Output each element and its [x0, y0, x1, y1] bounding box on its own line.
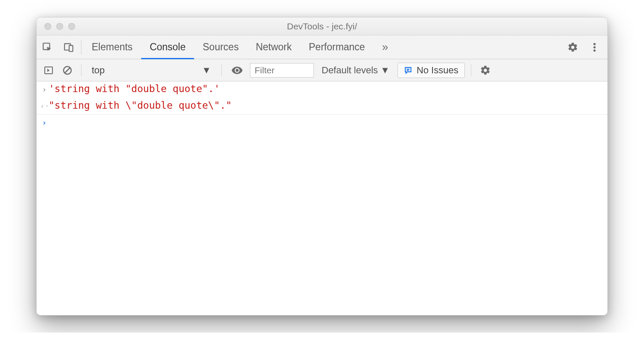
- console-settings-icon[interactable]: [477, 65, 493, 76]
- svg-point-5: [593, 49, 595, 51]
- filter-input[interactable]: [250, 63, 314, 78]
- separator: [221, 64, 222, 76]
- svg-point-3: [593, 43, 595, 45]
- console-output-text: "string with \"double quote\".": [49, 100, 232, 111]
- dropdown-triangle-icon: ▼: [202, 65, 211, 76]
- svg-rect-2: [69, 45, 73, 51]
- tab-sources[interactable]: Sources: [194, 35, 247, 59]
- devtools-window: DevTools - jec.fyi/ Elements Console Sou…: [36, 17, 608, 315]
- live-expression-icon[interactable]: [228, 64, 247, 76]
- minimize-window-button[interactable]: [56, 23, 63, 30]
- separator: [81, 40, 81, 55]
- tab-performance[interactable]: Performance: [300, 35, 374, 59]
- titlebar: DevTools - jec.fyi/: [37, 17, 607, 35]
- prompt-caret-icon: ›: [40, 116, 49, 129]
- console-input-text: 'string with "double quote".': [49, 83, 220, 94]
- console-input-row: › 'string with "double quote".': [37, 81, 607, 98]
- traffic-lights: [37, 23, 75, 30]
- tab-label: Elements: [92, 41, 133, 53]
- close-window-button[interactable]: [44, 23, 51, 30]
- window-title: DevTools - jec.fyi/: [37, 21, 607, 32]
- separator: [471, 64, 471, 76]
- device-toggle-icon[interactable]: [58, 35, 79, 59]
- console-prompt-row[interactable]: ›: [37, 115, 607, 131]
- tab-label: Console: [150, 41, 186, 53]
- context-label: top: [92, 65, 105, 76]
- console-toolbar: top ▼ Default levels ▼ No Issues: [37, 59, 607, 81]
- panel-tabs: Elements Console Sources Network Perform…: [83, 35, 397, 59]
- tab-label: Sources: [203, 41, 238, 53]
- separator: [81, 64, 81, 76]
- dropdown-triangle-icon: ▼: [380, 65, 390, 76]
- levels-label: Default levels: [322, 65, 378, 76]
- output-caret-icon: ‹·: [40, 100, 49, 113]
- main-toolbar: Elements Console Sources Network Perform…: [37, 35, 607, 59]
- tab-overflow[interactable]: »: [374, 35, 397, 59]
- speech-bubble-icon: [404, 66, 412, 75]
- inspect-element-icon[interactable]: [37, 35, 58, 59]
- tab-network[interactable]: Network: [247, 35, 300, 59]
- more-menu-icon[interactable]: [588, 42, 601, 53]
- clear-console-icon[interactable]: [60, 65, 75, 75]
- sidebar-toggle-icon[interactable]: [41, 65, 56, 75]
- console-output-row: ‹· "string with \"double quote\".": [37, 98, 607, 115]
- svg-line-8: [65, 68, 70, 73]
- console-output[interactable]: › 'string with "double quote".' ‹· "stri…: [37, 81, 607, 315]
- context-selector[interactable]: top ▼: [87, 65, 215, 76]
- svg-point-4: [593, 46, 595, 48]
- input-caret-icon: ›: [40, 83, 49, 96]
- log-levels-selector[interactable]: Default levels ▼: [317, 65, 394, 76]
- tab-console[interactable]: Console: [141, 35, 194, 59]
- issues-label: No Issues: [417, 65, 458, 76]
- maximize-window-button[interactable]: [68, 23, 75, 30]
- issues-button[interactable]: No Issues: [397, 63, 465, 78]
- settings-icon[interactable]: [562, 42, 583, 53]
- tab-label: Performance: [309, 41, 365, 53]
- tab-elements[interactable]: Elements: [83, 35, 141, 59]
- tab-label: Network: [256, 41, 292, 53]
- console-prompt-input[interactable]: [49, 116, 602, 127]
- chevron-double-right-icon: »: [382, 41, 388, 54]
